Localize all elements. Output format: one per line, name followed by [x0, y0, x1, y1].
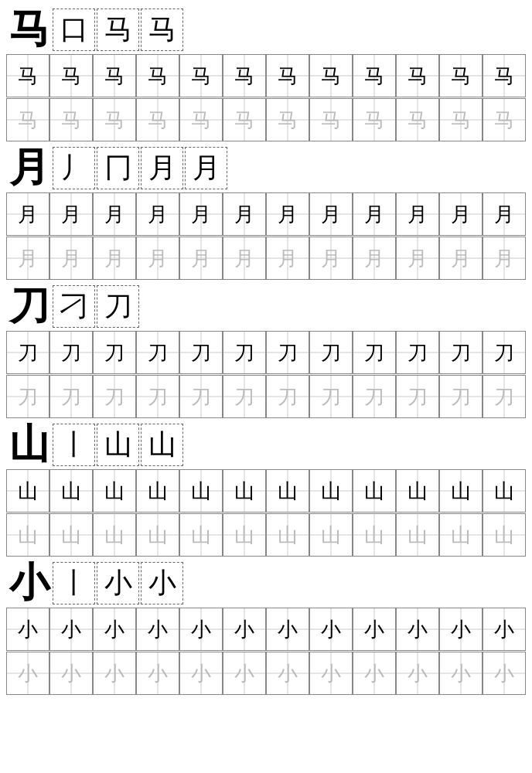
cell: 刀: [136, 375, 179, 418]
cell: 马: [6, 54, 49, 97]
cell: 山: [136, 513, 179, 557]
cell: 月: [266, 192, 309, 236]
cell: 月: [136, 192, 179, 236]
cell: 马: [309, 98, 353, 141]
cell: 月: [309, 192, 353, 236]
cell: 月: [223, 192, 266, 236]
practice-grid-dao-1: 刀 刀 刀 刀 刀 刀 刀 刀 刀 刀 刀 刀: [6, 331, 526, 374]
cell: 小: [223, 652, 266, 695]
stroke-step-1-xiao: 丨: [53, 562, 95, 604]
cell: 山: [309, 513, 353, 557]
cell: 刀: [353, 375, 396, 418]
cell: 山: [93, 513, 136, 557]
cell: 小: [309, 652, 353, 695]
cell: 刀: [439, 375, 483, 418]
cell: 月: [6, 192, 49, 236]
cell: 刀: [179, 375, 223, 418]
cell: 山: [223, 469, 266, 512]
cell: 小: [136, 652, 179, 695]
cell: 月: [49, 237, 93, 280]
section-dao: 刀 刁 刀 刀 刀 刀 刀 刀 刀 刀 刀 刀 刀 刀 刀 刀 刀 刀 刀 刀 …: [6, 283, 526, 418]
cell: 山: [353, 469, 396, 512]
stroke-guide-shan: 山 丨 山 山: [6, 421, 526, 468]
big-char-xiao: 小: [6, 560, 53, 606]
cell: 月: [6, 237, 49, 280]
stroke-step-2-shan: 山: [97, 424, 139, 466]
cell: 马: [93, 98, 136, 141]
cell: 山: [6, 513, 49, 557]
stroke-guide-xiao: 小 丨 小 小: [6, 560, 526, 606]
section-ma: 马 口 马 马 马 马 马 马 马 马 马 马 马 马 马 马 马 马 马 马 …: [6, 6, 526, 141]
stroke-step-1-ma: 口: [53, 9, 95, 51]
cell: 小: [396, 652, 439, 695]
cell: 山: [439, 513, 483, 557]
cell: 月: [353, 192, 396, 236]
cell: 马: [93, 54, 136, 97]
practice-grid-xiao-2: 小 小 小 小 小 小 小 小 小 小 小 小: [6, 652, 526, 695]
cell: 马: [396, 98, 439, 141]
cell: 马: [396, 54, 439, 97]
cell: 月: [266, 237, 309, 280]
cell: 山: [396, 469, 439, 512]
cell: 小: [179, 608, 223, 651]
practice-grid-ma-1: 马 马 马 马 马 马 马 马 马 马 马 马: [6, 54, 526, 97]
cell: 月: [483, 192, 526, 236]
cell: 月: [439, 192, 483, 236]
cell: 山: [6, 469, 49, 512]
stroke-step-1-dao: 刁: [53, 285, 95, 328]
cell: 小: [179, 652, 223, 695]
cell: 小: [223, 608, 266, 651]
stroke-step-2-xiao: 小: [97, 562, 139, 604]
cell: 马: [49, 54, 93, 97]
cell: 刀: [483, 331, 526, 374]
practice-grid-dao-2: 刀 刀 刀 刀 刀 刀 刀 刀 刀 刀 刀 刀: [6, 375, 526, 418]
cell: 山: [483, 469, 526, 512]
cell: 马: [266, 98, 309, 141]
stroke-step-1-shan: 丨: [53, 424, 95, 466]
cell: 马: [309, 54, 353, 97]
stroke-step-3-shan: 山: [141, 424, 183, 466]
cell: 山: [49, 469, 93, 512]
cell: 月: [396, 237, 439, 280]
cell: 刀: [93, 331, 136, 374]
cell: 马: [136, 54, 179, 97]
cell: 小: [439, 608, 483, 651]
stroke-step-3-yue: 月: [141, 147, 183, 189]
cell: 刀: [266, 375, 309, 418]
cell: 刀: [266, 331, 309, 374]
big-char-yue: 月: [6, 145, 53, 191]
cell: 马: [353, 98, 396, 141]
cell: 山: [179, 513, 223, 557]
cell: 刀: [223, 331, 266, 374]
cell: 小: [483, 652, 526, 695]
cell: 马: [439, 98, 483, 141]
cell: 山: [179, 469, 223, 512]
cell: 刀: [223, 375, 266, 418]
cell: 山: [266, 513, 309, 557]
cell: 山: [483, 513, 526, 557]
big-char-shan: 山: [6, 421, 53, 468]
cell: 月: [179, 192, 223, 236]
cell: 山: [223, 513, 266, 557]
cell: 马: [439, 54, 483, 97]
section-yue: 月 丿 冂 月 月 月 月 月 月 月 月 月 月 月 月 月 月 月 月 月 …: [6, 145, 526, 280]
cell: 刀: [483, 375, 526, 418]
stroke-step-2-yue: 冂: [97, 147, 139, 189]
cell: 山: [136, 469, 179, 512]
cell: 刀: [309, 331, 353, 374]
section-xiao: 小 丨 小 小 小 小 小 小 小 小 小 小 小 小 小 小 小 小 小 小 …: [6, 560, 526, 695]
cell: 小: [353, 608, 396, 651]
cell: 刀: [49, 375, 93, 418]
cell: 马: [6, 98, 49, 141]
cell: 马: [483, 98, 526, 141]
cell: 小: [439, 652, 483, 695]
practice-grid-yue-1: 月 月 月 月 月 月 月 月 月 月 月 月: [6, 192, 526, 236]
stroke-step-3-ma: 马: [141, 9, 183, 51]
cell: 马: [483, 54, 526, 97]
big-char-ma: 马: [6, 6, 53, 53]
cell: 小: [353, 652, 396, 695]
stroke-guide-dao: 刀 刁 刀: [6, 283, 526, 329]
cell: 刀: [49, 331, 93, 374]
cell: 小: [93, 652, 136, 695]
cell: 刀: [309, 375, 353, 418]
